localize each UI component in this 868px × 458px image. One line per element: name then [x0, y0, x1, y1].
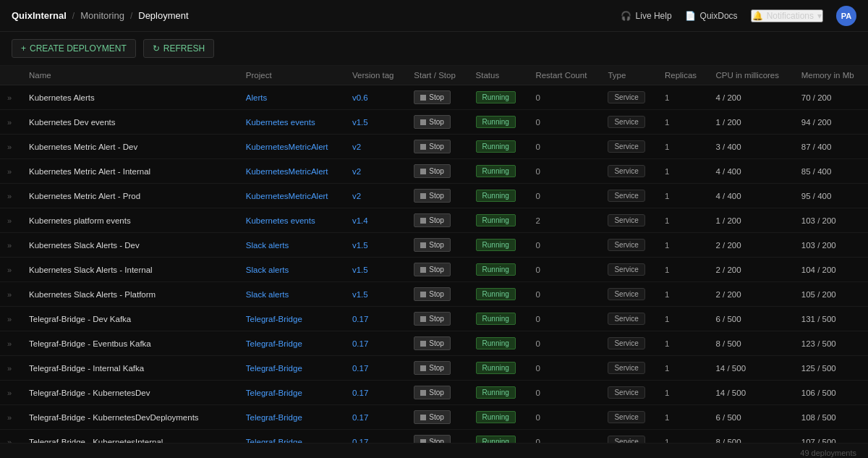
nav-sep-1: /	[72, 11, 75, 21]
chevron-right-icon[interactable]: »	[7, 93, 12, 102]
version-tag: v1.4	[352, 216, 368, 225]
expand-cell[interactable]: »	[0, 356, 22, 381]
chevron-right-icon[interactable]: »	[7, 143, 12, 151]
cell-cpu: 2 / 200	[708, 258, 793, 282]
cell-memory: 95 / 400	[794, 184, 868, 208]
chevron-right-icon[interactable]: »	[7, 413, 12, 422]
stop-button[interactable]: Stop	[414, 312, 451, 326]
chevron-right-icon[interactable]: »	[7, 266, 12, 274]
expand-cell[interactable]: »	[0, 85, 22, 110]
stop-button[interactable]: Stop	[414, 140, 451, 153]
nav-right: 🎧 Live Help 📄 QuixDocs 🔔 Notifications ▾…	[621, 6, 856, 26]
project-link[interactable]: Slack alerts	[246, 241, 289, 250]
table-row: » Telegraf-Bridge - KubernetesDevDeploym…	[0, 405, 868, 430]
cell-stop: Stop	[407, 258, 468, 282]
stop-button[interactable]: Stop	[414, 238, 451, 252]
project-link[interactable]: Telegraf-Bridge	[246, 413, 302, 422]
status-badge: Running	[476, 263, 516, 276]
chevron-right-icon[interactable]: »	[7, 364, 12, 373]
chevron-right-icon[interactable]: »	[7, 241, 12, 250]
stop-button[interactable]: Stop	[414, 115, 451, 129]
table-row: » Kubernetes Alerts Alerts v0.6 Stop Run…	[0, 85, 868, 110]
chevron-right-icon[interactable]: »	[7, 315, 12, 323]
project-link[interactable]: Telegraf-Bridge	[246, 339, 302, 348]
stop-button[interactable]: Stop	[414, 435, 451, 443]
expand-cell[interactable]: »	[0, 258, 22, 282]
status-badge: Running	[476, 386, 516, 399]
expand-cell[interactable]: »	[0, 110, 22, 135]
stop-icon	[420, 390, 426, 396]
stop-button[interactable]: Stop	[414, 164, 451, 178]
stop-button[interactable]: Stop	[414, 213, 451, 227]
stop-button[interactable]: Stop	[414, 287, 451, 301]
cell-type: Service	[600, 356, 658, 381]
expand-cell[interactable]: »	[0, 430, 22, 444]
project-link[interactable]: KubernetesMetricAlert	[246, 192, 328, 200]
chevron-right-icon[interactable]: »	[7, 167, 12, 176]
expand-cell[interactable]: »	[0, 282, 22, 307]
expand-cell[interactable]: »	[0, 331, 22, 356]
type-badge: Service	[608, 313, 644, 325]
stop-button[interactable]: Stop	[414, 189, 451, 203]
chevron-right-icon[interactable]: »	[7, 438, 12, 444]
chevron-right-icon[interactable]: »	[7, 339, 12, 348]
stop-button[interactable]: Stop	[414, 386, 451, 399]
expand-cell[interactable]: »	[0, 405, 22, 430]
chevron-right-icon[interactable]: »	[7, 389, 12, 397]
chevron-right-icon[interactable]: »	[7, 118, 12, 127]
expand-cell[interactable]: »	[0, 233, 22, 258]
project-link[interactable]: Telegraf-Bridge	[246, 389, 302, 397]
col-header-memory: Memory in Mb	[794, 66, 868, 85]
chevron-right-icon[interactable]: »	[7, 290, 12, 299]
stop-button[interactable]: Stop	[414, 410, 451, 424]
expand-cell[interactable]: »	[0, 135, 22, 159]
project-link[interactable]: Slack alerts	[246, 290, 289, 299]
project-link[interactable]: Slack alerts	[246, 266, 289, 274]
cell-stop: Stop	[407, 85, 468, 110]
cell-memory: 108 / 500	[794, 405, 868, 430]
project-link[interactable]: Telegraf-Bridge	[246, 315, 302, 323]
chevron-right-icon[interactable]: »	[7, 216, 12, 225]
version-tag: v1.5	[352, 266, 368, 274]
chevron-right-icon[interactable]: »	[7, 192, 12, 200]
project-link[interactable]: KubernetesMetricAlert	[246, 143, 328, 151]
avatar[interactable]: PA	[836, 6, 856, 26]
cell-project: Alerts	[239, 85, 345, 110]
project-link[interactable]: Kubernetes events	[246, 216, 315, 225]
quixdocs-button[interactable]: 📄 QuixDocs	[685, 11, 738, 21]
expand-cell[interactable]: »	[0, 381, 22, 405]
cell-replicas: 1	[658, 307, 709, 331]
notifications-button[interactable]: 🔔 Notifications ▾	[751, 9, 823, 22]
cell-project: Slack alerts	[239, 282, 345, 307]
stop-button[interactable]: Stop	[414, 90, 451, 104]
col-header-project: Project	[239, 66, 345, 85]
expand-cell[interactable]: »	[0, 159, 22, 184]
cell-project: Telegraf-Bridge	[239, 356, 345, 381]
cell-name: Telegraf-Bridge - Dev Kafka	[22, 307, 239, 331]
cell-version: 0.17	[345, 405, 407, 430]
project-link[interactable]: Kubernetes events	[246, 118, 315, 127]
cell-stop: Stop	[407, 381, 468, 405]
expand-cell[interactable]: »	[0, 184, 22, 208]
create-deployment-button[interactable]: + CREATE DEPLOYMENT	[12, 39, 136, 58]
project-link[interactable]: KubernetesMetricAlert	[246, 167, 328, 176]
stop-label: Stop	[429, 413, 444, 421]
stop-button[interactable]: Stop	[414, 263, 451, 276]
stop-label: Stop	[429, 315, 444, 323]
stop-button[interactable]: Stop	[414, 361, 451, 375]
expand-cell[interactable]: »	[0, 208, 22, 233]
refresh-button[interactable]: ↻ REFRESH	[143, 39, 214, 58]
nav-monitoring-link[interactable]: Monitoring	[80, 10, 124, 21]
cell-status: Running	[469, 282, 529, 307]
cell-replicas: 1	[658, 135, 709, 159]
brand-label: QuixInternal	[12, 10, 67, 21]
live-help-button[interactable]: 🎧 Live Help	[621, 11, 672, 21]
project-link[interactable]: Telegraf-Bridge	[246, 438, 302, 444]
project-link[interactable]: Telegraf-Bridge	[246, 364, 302, 373]
stop-button[interactable]: Stop	[414, 336, 451, 350]
live-help-label: Live Help	[636, 11, 672, 21]
type-badge: Service	[608, 239, 644, 251]
version-tag: v2	[352, 167, 361, 176]
project-link[interactable]: Alerts	[246, 93, 267, 102]
expand-cell[interactable]: »	[0, 307, 22, 331]
